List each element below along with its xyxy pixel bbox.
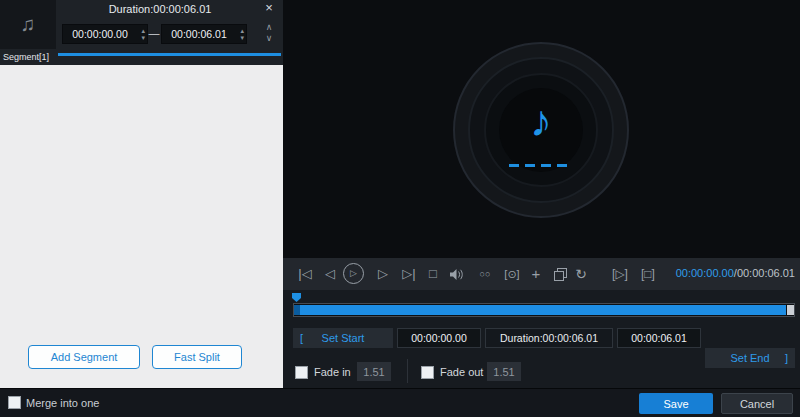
segment-reorder-control[interactable]: ∧ ∨: [262, 22, 276, 44]
timeline-track[interactable]: [293, 303, 795, 317]
play-button[interactable]: ▷: [343, 263, 364, 284]
time-display: 00:00:00.00/00:00:06.01: [676, 267, 795, 279]
stop-icon[interactable]: □: [426, 266, 440, 282]
trim-duration-display: Duration:00:00:06.01: [485, 328, 613, 348]
transport-bar: |◁ ◁ ▷ ▷ ▷| □ ○○ [⊙] + ↻ [▷] [□] 00:00:0…: [283, 258, 800, 290]
segment-panel-header: ♫ Segment[1] Duration:00:00:06.01 × 00:0…: [0, 0, 283, 65]
time-range-separator: —: [148, 27, 160, 39]
set-end-label: Set End: [730, 352, 769, 364]
fast-split-button[interactable]: Fast Split: [152, 345, 242, 369]
start-bracket-icon: [: [300, 332, 303, 344]
cancel-button[interactable]: Cancel: [721, 393, 793, 414]
segment-duration-title: Duration:00:00:06.01: [70, 3, 250, 15]
set-end-button[interactable]: Set End ]: [705, 348, 795, 368]
segment-start-time-value: 00:00:00.00: [72, 28, 127, 40]
trim-start-time-field[interactable]: 00:00:00.00: [397, 328, 481, 348]
trim-end-time-field[interactable]: 00:00:06.01: [617, 328, 701, 348]
trim-handle-right[interactable]: [787, 305, 794, 315]
fade-out-label: Fade out: [440, 366, 483, 379]
trim-handle-left[interactable]: [294, 305, 300, 315]
fade-in-checkbox[interactable]: [295, 366, 308, 379]
skip-to-start-icon[interactable]: |◁: [295, 266, 315, 282]
audio-clip-window: ♫ Segment[1] Duration:00:00:06.01 × 00:0…: [0, 0, 800, 417]
fade-out-value-field[interactable]: 1.51: [487, 362, 521, 381]
play-segment-icon[interactable]: [▷]: [609, 266, 631, 282]
fade-in-value-field[interactable]: 1.51: [357, 362, 391, 381]
skip-to-end-icon[interactable]: ▷|: [399, 266, 419, 282]
spin-down-icon[interactable]: ▾: [240, 34, 244, 41]
save-button[interactable]: Save: [639, 393, 713, 414]
trim-duration-label: Duration:00:00:06.01: [500, 332, 598, 344]
segment-end-time-value: 00:00:06.01: [171, 28, 226, 40]
fade-in-label: Fade in: [314, 366, 351, 379]
close-icon[interactable]: ×: [261, 1, 277, 17]
fade-out-value: 1.51: [493, 366, 514, 378]
playhead-marker[interactable]: [292, 293, 301, 302]
fade-in-value: 1.51: [363, 366, 384, 378]
timeline-selection[interactable]: [300, 305, 786, 315]
next-frame-icon[interactable]: ▷: [376, 266, 390, 282]
vinyl-disc-ring: ♪: [468, 57, 614, 203]
segment-start-time-input[interactable]: 00:00:00.00 ▴ ▾: [62, 24, 148, 44]
segment-progress-bar: [58, 53, 281, 56]
fade-divider: [407, 359, 408, 383]
copy-icon[interactable]: [554, 268, 566, 280]
add-segment-button[interactable]: Add Segment: [28, 345, 140, 369]
chevron-up-icon[interactable]: ∧: [262, 22, 276, 33]
set-start-label: Set Start: [322, 332, 365, 344]
merge-into-one-checkbox[interactable]: [8, 396, 21, 409]
ab-loop-icon[interactable]: ○○: [475, 266, 495, 282]
snapshot-icon[interactable]: [⊙]: [500, 266, 524, 282]
spin-down-icon[interactable]: ▾: [141, 34, 145, 41]
vinyl-disc-center: ♪: [499, 88, 583, 172]
add-file-icon[interactable]: +: [529, 266, 543, 282]
time-spinner[interactable]: ▴ ▾: [141, 27, 145, 41]
vinyl-disc-outer: ♪: [453, 42, 629, 218]
audio-waveform-dashes: [509, 164, 573, 167]
end-bracket-icon: ]: [785, 352, 788, 364]
fade-out-checkbox[interactable]: [421, 366, 434, 379]
audio-note-icon: ♪: [499, 96, 583, 146]
edit-strip: [ Set Start 00:00:00.00 Duration:00:00:0…: [283, 290, 800, 388]
previous-frame-icon[interactable]: ◁: [323, 266, 337, 282]
current-time: 00:00:00.00: [676, 267, 734, 279]
segment-end-time-input[interactable]: 00:00:06.01 ▴ ▾: [161, 24, 247, 44]
merge-into-one-label: Merge into one: [26, 397, 99, 410]
segment-list-panel: Add Segment Fast Split: [0, 65, 283, 388]
vinyl-disc-ring: ♪: [484, 73, 598, 187]
segment-label: Segment[1]: [3, 52, 49, 62]
segment-thumbnail[interactable]: ♫: [0, 0, 56, 49]
spin-up-icon[interactable]: ▴: [141, 27, 145, 34]
trim-start-value: 00:00:00.00: [411, 332, 466, 344]
stop-segment-icon[interactable]: [□]: [637, 266, 659, 282]
set-start-button[interactable]: [ Set Start: [293, 328, 393, 348]
refresh-icon[interactable]: ↻: [574, 266, 588, 282]
volume-icon[interactable]: [447, 266, 465, 282]
preview-area: ♪: [283, 0, 800, 258]
trim-end-value: 00:00:06.01: [631, 332, 686, 344]
total-time: 00:00:06.01: [737, 267, 795, 279]
music-note-icon: ♫: [21, 13, 36, 36]
time-spinner[interactable]: ▴ ▾: [240, 27, 244, 41]
spin-up-icon[interactable]: ▴: [240, 27, 244, 34]
play-icon: ▷: [350, 268, 357, 278]
chevron-down-icon[interactable]: ∨: [262, 33, 276, 44]
footer-bar: Merge into one Save Cancel: [0, 388, 800, 417]
